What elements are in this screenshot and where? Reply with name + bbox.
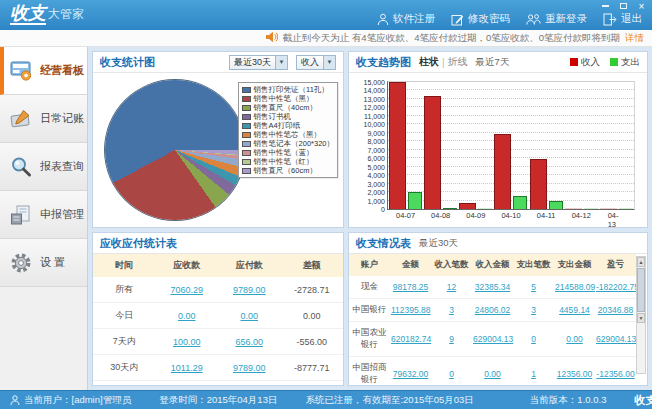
change-password-button[interactable]: 修改密码 — [451, 12, 510, 26]
announcement-icon — [265, 31, 278, 45]
table-link[interactable]: 12 — [447, 282, 456, 292]
table-link[interactable]: 79632.00 — [393, 369, 428, 379]
sidebar-item-daily-ledger[interactable]: 日常记账 — [0, 95, 87, 143]
current-user-label: 当前用户：[admin]管理员 — [24, 394, 131, 407]
scroll-down-icon[interactable]: ▼ — [637, 313, 645, 323]
logout-button[interactable]: 退出 — [603, 12, 642, 26]
table-link[interactable]: 1011.29 — [171, 363, 203, 373]
table-link[interactable]: 0.00 — [240, 311, 258, 321]
bar-chart-plot: 01,0002,0003,0004,0005,0006,0007,0008,00… — [387, 81, 635, 210]
table-link[interactable]: 0.00 — [178, 311, 196, 321]
y-tick-label: 4,000 — [367, 172, 388, 179]
table-link[interactable]: 0 — [531, 334, 536, 344]
close-icon[interactable]: × — [636, 2, 647, 11]
legend-label: 销售中性笔芯（黑） — [254, 130, 322, 139]
logo-text-secondary: 大管家 — [48, 6, 84, 25]
pie-chart-legend: 销售打印凭证（11孔）销售中性笔（黑）销售直尺（40cm）销售订书机销售A4打印… — [238, 82, 338, 178]
column-header: 盈亏 — [595, 254, 636, 276]
maximize-icon[interactable] — [618, 2, 629, 11]
income-bar — [494, 134, 511, 209]
table-link[interactable]: 0.00 — [484, 369, 501, 379]
table-link[interactable]: 20346.88 — [598, 305, 633, 315]
table-link[interactable]: 1 — [531, 369, 536, 379]
table-link[interactable]: 32385.34 — [475, 282, 510, 292]
table-cell: -8777.71 — [281, 355, 344, 381]
table-link[interactable]: 100.00 — [173, 337, 201, 347]
titlebar-button-label: 软件注册 — [393, 12, 435, 26]
main-content: 收支统计图 最近30天 ▼ 收入 ▼ 销售打印凭证（11孔）销售中性笔（黑）销售… — [88, 47, 652, 390]
bar-groups — [388, 82, 634, 209]
table-header-row: 账户金额收入笔数收入金额支出笔数支出金额盈亏 — [349, 254, 636, 276]
table-link[interactable]: 24806.02 — [475, 305, 510, 315]
table-link[interactable]: 3 — [449, 305, 454, 315]
relogin-button[interactable]: 重新登录 — [526, 12, 587, 26]
table-link[interactable]: 98178.25 — [393, 282, 428, 292]
sidebar-item-settings[interactable]: 设 置 — [0, 239, 87, 287]
sidebar-item-report-query[interactable]: 报表查询 — [0, 143, 87, 191]
table-link[interactable]: 656.00 — [235, 337, 263, 347]
table-link[interactable]: 629004.13 — [473, 334, 513, 344]
table-cell: 629004.13 — [595, 322, 636, 357]
table-link[interactable]: 5 — [531, 282, 536, 292]
register-button[interactable]: 软件注册 — [377, 12, 435, 26]
table-link[interactable]: 629004.13 — [596, 334, 636, 344]
table-cell: -182202.75 — [595, 276, 636, 299]
y-tick-label: 1,000 — [367, 198, 388, 205]
notice-detail-link[interactable]: 详情 — [625, 32, 644, 45]
sidebar-item-label: 经营看板 — [40, 63, 84, 78]
table-row: 中国农业银行620182.749629004.1300.00629004.13 — [349, 322, 636, 357]
table-cell: 7060.29 — [156, 277, 219, 303]
user-icon — [377, 13, 389, 26]
receivable-panel-body: 时间应收款应付款差额所有7060.299789.00-2728.71今日0.00… — [93, 254, 343, 385]
table-link[interactable]: 0.00 — [566, 334, 583, 344]
sidebar-item-declaration[interactable]: 申报管理 — [0, 191, 87, 239]
table-link[interactable]: 12356.00 — [557, 369, 592, 379]
table-cell: 656.00 — [218, 329, 281, 355]
titlebar-button-label: 修改密码 — [468, 12, 510, 26]
table-link[interactable]: -12356.00 — [596, 369, 634, 379]
table-link[interactable]: 214588.09 — [555, 282, 595, 292]
column-header: 支出笔数 — [513, 254, 554, 276]
table-cell: 0.00 — [156, 303, 219, 329]
x-tick-label: 04-11 — [537, 209, 556, 220]
table-row: 中国招商银行79632.0000.00112356.00-12356.00 — [349, 357, 636, 387]
table-link[interactable]: 0 — [449, 369, 454, 379]
line-mode-link[interactable]: 折线 — [448, 55, 468, 69]
accounts-scrollbar[interactable]: ▲ ▼ — [636, 256, 646, 374]
minimize-icon[interactable] — [600, 2, 611, 11]
table-link[interactable]: 3 — [531, 305, 536, 315]
legend-swatch — [242, 105, 251, 111]
trend-panel-body: 01,0002,0003,0004,0005,0006,0007,0008,00… — [351, 77, 641, 225]
scroll-up-icon[interactable]: ▲ — [637, 257, 645, 267]
legend-expense-label: 支出 — [621, 56, 640, 69]
y-tick-label: 7,000 — [367, 147, 388, 154]
bar-group — [458, 82, 493, 209]
legend-item: 销售中性笔（红） — [242, 157, 334, 166]
sidebar-item-dashboard[interactable]: 经营看板 — [0, 47, 87, 95]
income-swatch — [570, 58, 578, 66]
table-cell: 629004.13 — [472, 322, 513, 357]
pie-type-select[interactable]: 收入 ▼ — [296, 55, 336, 70]
table-link[interactable]: 9 — [449, 334, 454, 344]
scrollbar-thumb[interactable] — [637, 268, 645, 312]
table-link[interactable]: 112395.88 — [391, 305, 431, 315]
table-link[interactable]: -182202.75 — [596, 282, 639, 292]
accounts-panel-title: 收支情况表 — [356, 236, 411, 251]
pie-range-select[interactable]: 最近30天 ▼ — [229, 55, 288, 70]
table-cell: 4640.00 — [218, 381, 281, 387]
column-header: 金额 — [390, 254, 431, 276]
table-cell: -556.00 — [281, 329, 344, 355]
legend-swatch — [242, 150, 251, 156]
legend-item: 销售A4打印纸 — [242, 121, 334, 130]
relogin-icon — [526, 13, 541, 26]
bar-mode-link[interactable]: 柱状 — [419, 55, 439, 69]
table-cell: 中国农业银行 — [349, 322, 390, 357]
table-link[interactable]: 4459.14 — [559, 305, 590, 315]
table-link[interactable]: 7060.29 — [170, 285, 203, 295]
table-header-row: 时间应收款应付款差额 — [93, 254, 343, 277]
bar-group — [388, 82, 423, 209]
table-link[interactable]: 620182.74 — [391, 334, 431, 344]
table-cell: 0 — [513, 322, 554, 357]
table-link[interactable]: 9789.00 — [233, 285, 266, 295]
table-link[interactable]: 9789.00 — [233, 363, 266, 373]
